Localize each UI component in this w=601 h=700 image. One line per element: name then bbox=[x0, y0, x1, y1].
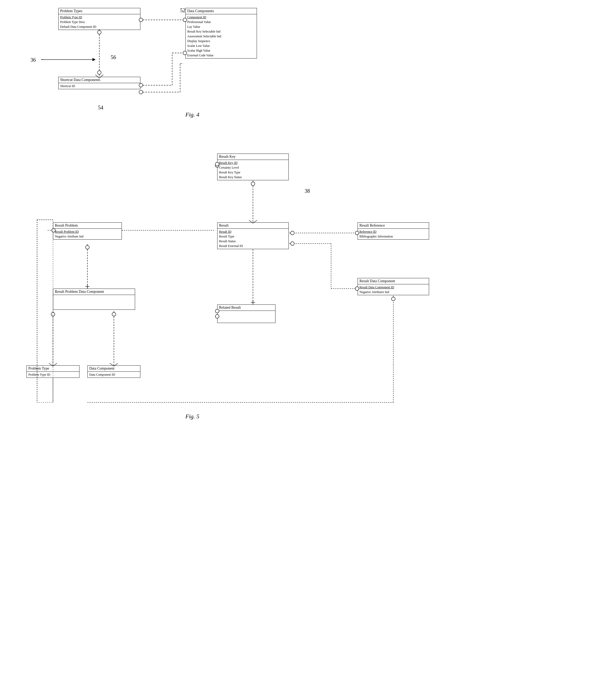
svg-point-22 bbox=[251, 182, 255, 185]
entity-shortcut-data-components: Shortcut Data Components Shortcut ID bbox=[58, 77, 140, 89]
attr: Default Data Component ID bbox=[60, 24, 139, 29]
ref-52: 52 bbox=[180, 7, 186, 14]
entity-result-data-component-title: Result Data Component bbox=[358, 278, 429, 284]
ref-56: 56 bbox=[111, 54, 116, 60]
entity-result-data-component: Result Data Component Result Data Compon… bbox=[358, 278, 429, 295]
entity-result-title: Result bbox=[217, 223, 288, 228]
entity-problem-type-fig5-title: Problem Type bbox=[27, 366, 79, 371]
entity-data-components: Data Components Component ID Professiona… bbox=[186, 8, 257, 58]
svg-point-7 bbox=[97, 30, 101, 34]
entity-data-component-fig5-attrs: Data Component ID bbox=[88, 371, 140, 378]
entity-related-result: Related Result bbox=[217, 304, 275, 323]
attr: Result Data Component ID bbox=[359, 285, 427, 290]
attr: Negative Attributre Ind bbox=[359, 290, 427, 294]
entity-result-key-title: Result Key bbox=[217, 154, 288, 160]
svg-point-42 bbox=[291, 231, 294, 235]
entity-shortcut-data-components-title: Shortcut Data Components bbox=[58, 77, 140, 83]
entity-result-problem-attrs: Result Problem ID Negative Attribute Ind bbox=[53, 228, 122, 239]
entity-result-problem-data-component-attrs bbox=[53, 295, 135, 308]
connector-svg bbox=[0, 0, 601, 700]
entity-problem-types: Problem Types Problem Type ID Problem Ty… bbox=[58, 8, 140, 30]
entity-data-components-title: Data Components bbox=[186, 8, 257, 14]
entity-result: Result Result ID Result Type Result Stat… bbox=[217, 222, 289, 249]
entity-result-reference: Result Reference Reference ID Bibliograp… bbox=[358, 222, 429, 240]
entity-result-problem: Result Problem Result Problem ID Negativ… bbox=[53, 222, 122, 240]
svg-point-17 bbox=[139, 90, 143, 94]
fig4-label: Fig. 4 bbox=[186, 111, 199, 118]
attr: Result Problem ID bbox=[55, 229, 120, 234]
attr: Bibliographic Information bbox=[359, 234, 427, 239]
entity-result-reference-attrs: Reference ID Bibliographic Information bbox=[358, 228, 429, 239]
attr: Result Key Type bbox=[219, 170, 287, 175]
attr: Professional Value bbox=[187, 20, 255, 24]
attr: Negative Attribute Ind bbox=[55, 234, 120, 239]
entity-result-problem-title: Result Problem bbox=[53, 223, 122, 228]
entity-result-attrs: Result ID Result Type Result Status Resu… bbox=[217, 228, 288, 249]
attr: Result Key Selectable Ind bbox=[187, 29, 255, 34]
ref-38: 38 bbox=[305, 188, 310, 194]
attr: Result ID bbox=[219, 229, 287, 234]
attr: Scalar Low Value bbox=[187, 44, 255, 48]
attr: Problem Type ID bbox=[28, 372, 78, 377]
attr: Result Type bbox=[219, 234, 287, 239]
attr: Result Key Status bbox=[219, 175, 287, 179]
entity-result-problem-data-component: Result Problem Data Component bbox=[53, 289, 135, 310]
entity-result-data-component-attrs: Result Data Component ID Negative Attrib… bbox=[358, 284, 429, 295]
attr: Data Component ID bbox=[89, 372, 139, 377]
attr: Assessment Selectable Ind bbox=[187, 34, 255, 39]
attr: Certainty Level bbox=[219, 165, 287, 170]
entity-problem-type-fig5-attrs: Problem Type ID bbox=[27, 371, 79, 378]
entity-shortcut-data-components-attrs: Shortcut ID bbox=[58, 83, 140, 89]
entity-result-reference-title: Result Reference bbox=[358, 223, 429, 228]
attr: Result External ID bbox=[219, 244, 287, 248]
entity-related-result-attrs bbox=[217, 310, 275, 319]
entity-problem-types-attrs: Problem Type ID Problem Type Desc Defaul… bbox=[58, 14, 140, 30]
ref-54: 54 bbox=[98, 105, 103, 111]
attr: Result Status bbox=[219, 239, 287, 244]
attr: Lay Value bbox=[187, 24, 255, 29]
entity-data-component-fig5-title: Data Component bbox=[88, 366, 140, 371]
entity-problem-type-fig5: Problem Type Problem Type ID bbox=[26, 365, 79, 378]
attr: External Code Value bbox=[187, 53, 255, 58]
entity-result-key-attrs: Result Key ID Certainty Level Result Key… bbox=[217, 160, 288, 180]
svg-point-34 bbox=[51, 312, 55, 316]
svg-point-47 bbox=[291, 242, 294, 245]
attr: Reference ID bbox=[359, 229, 427, 234]
entity-result-key: Result Key Result Key ID Certainty Level… bbox=[217, 154, 289, 180]
svg-point-30 bbox=[86, 245, 89, 249]
attr: Problem Type ID bbox=[60, 15, 139, 20]
attr: Shortcut ID bbox=[60, 84, 139, 89]
diagram-container: Problem Types Problem Type ID Problem Ty… bbox=[0, 0, 601, 700]
svg-point-36 bbox=[112, 312, 116, 316]
entity-problem-types-title: Problem Types bbox=[58, 8, 140, 14]
fig5-label: Fig. 5 bbox=[186, 413, 199, 420]
attr: Scalar High Value bbox=[187, 48, 255, 53]
ref-36: 36 bbox=[30, 57, 36, 63]
svg-point-55 bbox=[391, 297, 395, 301]
entity-data-component-fig5: Data Component Data Component ID bbox=[88, 365, 140, 378]
svg-point-10 bbox=[97, 71, 101, 74]
entity-result-problem-data-component-title: Result Problem Data Component bbox=[53, 289, 135, 295]
attr: Result Key ID bbox=[219, 160, 287, 165]
attr: Component ID bbox=[187, 15, 255, 20]
attr: Problem Type Desc bbox=[60, 20, 139, 24]
entity-related-result-title: Related Result bbox=[217, 305, 275, 310]
attr: Display Sequence bbox=[187, 39, 255, 44]
entity-data-components-attrs: Component ID Professional Value Lay Valu… bbox=[186, 14, 257, 58]
